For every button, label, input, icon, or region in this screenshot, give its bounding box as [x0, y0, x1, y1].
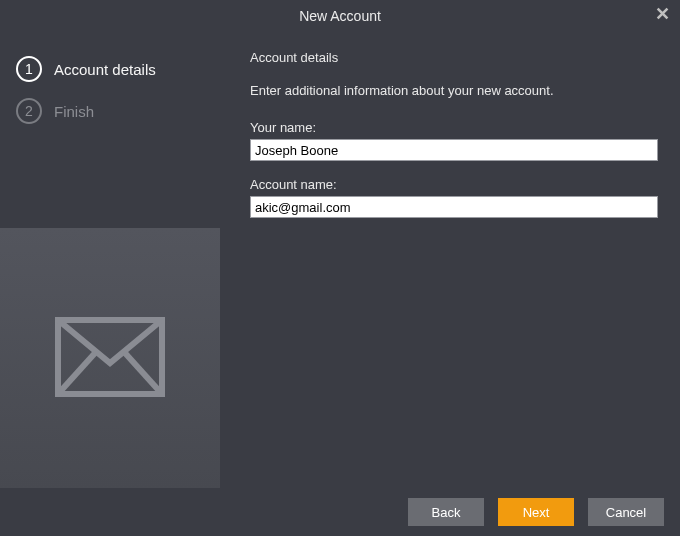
- step-number-badge: 1: [16, 56, 42, 82]
- dialog-title: New Account: [299, 8, 381, 24]
- svg-line-2: [125, 353, 162, 394]
- step-label: Account details: [54, 61, 156, 78]
- new-account-dialog: New Account ✕ 1 Account details 2 Finish: [0, 0, 680, 536]
- close-icon[interactable]: ✕: [655, 4, 670, 24]
- dialog-footer: Back Next Cancel: [0, 488, 680, 536]
- step-account-details[interactable]: 1 Account details: [0, 50, 220, 88]
- step-label: Finish: [54, 103, 94, 120]
- content-heading: Account details: [250, 50, 658, 65]
- content-instruction: Enter additional information about your …: [250, 83, 658, 98]
- wizard-content: Account details Enter additional informa…: [220, 32, 680, 488]
- next-button[interactable]: Next: [498, 498, 574, 526]
- step-number-badge: 2: [16, 98, 42, 124]
- svg-line-1: [58, 353, 95, 394]
- sidebar-spacer: [0, 134, 220, 228]
- your-name-input[interactable]: [250, 139, 658, 161]
- step-finish[interactable]: 2 Finish: [0, 92, 220, 130]
- sidebar-illustration: [0, 228, 220, 488]
- cancel-button[interactable]: Cancel: [588, 498, 664, 526]
- wizard-sidebar: 1 Account details 2 Finish: [0, 32, 220, 488]
- envelope-icon: [55, 317, 165, 400]
- dialog-body: 1 Account details 2 Finish: [0, 32, 680, 488]
- back-button[interactable]: Back: [408, 498, 484, 526]
- account-name-label: Account name:: [250, 177, 658, 192]
- your-name-label: Your name:: [250, 120, 658, 135]
- account-name-input[interactable]: [250, 196, 658, 218]
- dialog-header: New Account ✕: [0, 0, 680, 32]
